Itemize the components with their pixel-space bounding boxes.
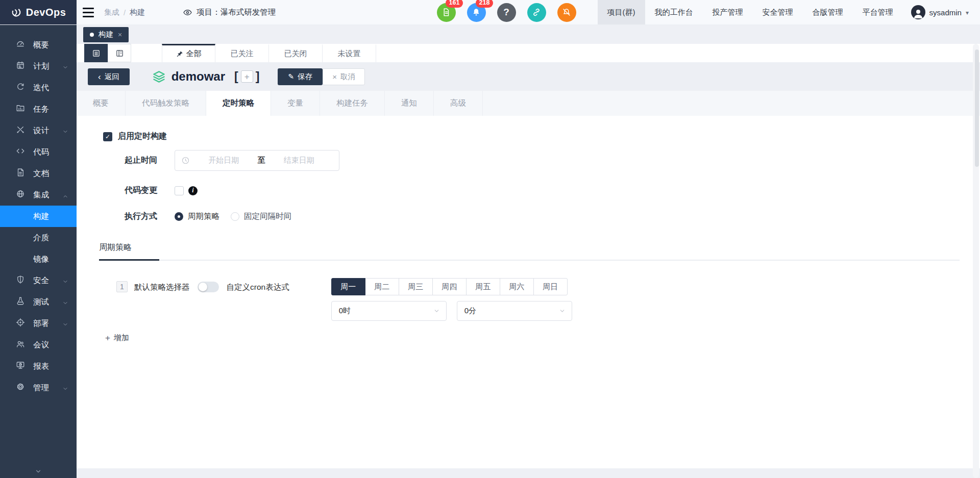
sidebar-item-design[interactable]: 设计	[0, 120, 77, 141]
tab-notification[interactable]: 通知	[385, 91, 434, 116]
code-change-checkbox[interactable]	[175, 186, 184, 195]
radio-cycle-policy-label[interactable]: 周期策略	[188, 211, 219, 222]
list-view-button[interactable]	[84, 44, 108, 62]
day-monday-button[interactable]: 周一	[331, 278, 365, 295]
topnav-projects[interactable]: 项目(群)	[598, 0, 645, 24]
detail-tabs: 概要 代码触发策略 定时策略 变量 构建任务 通知 高级	[77, 91, 980, 116]
add-tag-button[interactable]	[241, 70, 253, 83]
project-label: 项目：瀑布式研发管理	[197, 7, 276, 18]
breadcrumb-current[interactable]: 构建	[130, 8, 145, 17]
range-to-label: 至	[258, 156, 265, 165]
plus-icon	[105, 334, 110, 343]
radio-cycle-policy[interactable]	[175, 212, 183, 221]
notifications-count-badge: 218	[476, 0, 494, 8]
topnav-version[interactable]: 合版管理	[803, 0, 853, 24]
hour-select[interactable]: 0时	[331, 301, 447, 321]
sidebar-item-test[interactable]: 测试	[0, 291, 77, 313]
sidebar-scroll-down-icon[interactable]	[0, 468, 77, 475]
design-icon	[16, 125, 25, 136]
day-wednesday-button[interactable]: 周三	[399, 278, 433, 295]
task-icon	[16, 104, 25, 115]
avatar	[911, 5, 925, 19]
minute-select[interactable]: 0分	[457, 301, 572, 321]
sidebar-item-plan[interactable]: 计划	[0, 56, 77, 77]
radio-fixed-interval[interactable]	[231, 212, 239, 221]
cancel-button[interactable]: 取消	[323, 68, 365, 85]
monitor-icon	[16, 361, 25, 372]
tab-unset[interactable]: 未设置	[323, 44, 376, 62]
bell-icon[interactable]: 218	[467, 3, 486, 22]
chevron-down-icon	[559, 308, 566, 314]
tab-schedule-policy[interactable]: 定时策略	[206, 91, 271, 116]
sidebar-item-docs[interactable]: 文档	[0, 163, 77, 184]
flask-icon	[16, 296, 25, 308]
back-button[interactable]: 返回	[88, 68, 130, 85]
tab-all[interactable]: 全部	[162, 44, 215, 62]
gear-icon	[16, 382, 25, 393]
sidebar-item-code[interactable]: 代码	[0, 141, 77, 163]
topnav-production[interactable]: 投产管理	[703, 0, 753, 24]
pin-icon	[176, 51, 183, 58]
day-thursday-button[interactable]: 周四	[432, 278, 467, 295]
scrollbar-thumb[interactable]	[975, 49, 979, 167]
info-icon[interactable]	[188, 186, 198, 195]
chevron-down-icon	[62, 128, 68, 137]
help-icon[interactable]	[497, 3, 516, 22]
enable-timed-build-label: 启用定时构建	[118, 131, 167, 142]
link-icon[interactable]	[527, 3, 546, 22]
cron-toggle[interactable]	[198, 282, 219, 292]
day-tuesday-button[interactable]: 周二	[365, 278, 399, 295]
sidebar-item-manage[interactable]: 管理	[0, 377, 77, 398]
window-tab-build[interactable]: 构建	[83, 27, 129, 42]
breadcrumb-section[interactable]: 集成	[104, 8, 119, 17]
tab-followed[interactable]: 已关注	[215, 44, 269, 62]
tab-closed[interactable]: 已关闭	[269, 44, 323, 62]
add-policy-button[interactable]: 增加	[105, 333, 129, 343]
topnav-platform[interactable]: 平台管理	[853, 0, 903, 24]
file-icon	[16, 168, 25, 179]
devops-logo-text: DevOps	[26, 7, 66, 18]
tab-build-tasks[interactable]: 构建任务	[320, 91, 385, 116]
enable-timed-build-checkbox[interactable]	[103, 132, 112, 141]
sidebar-item-meeting[interactable]: 会议	[0, 334, 77, 356]
sidebar-item-artifact[interactable]: 介质	[0, 227, 77, 248]
chevron-down-icon	[966, 8, 969, 17]
project-selector[interactable]: 项目：瀑布式研发管理	[183, 0, 276, 24]
sidebar-item-security[interactable]: 安全	[0, 270, 77, 291]
crosshair-icon	[16, 318, 25, 329]
day-friday-button[interactable]: 周五	[466, 278, 500, 295]
sidebar-item-image[interactable]: 镜像	[0, 248, 77, 270]
date-range-input[interactable]: 开始日期 至 结束日期	[175, 150, 339, 171]
topnav-security[interactable]: 安全管理	[753, 0, 803, 24]
sidebar-item-overview[interactable]: 概要	[0, 34, 77, 56]
topnav-workbench[interactable]: 我的工作台	[645, 0, 703, 24]
close-icon[interactable]	[118, 30, 122, 39]
code-icon	[16, 146, 25, 158]
day-saturday-button[interactable]: 周六	[500, 278, 534, 295]
hamburger-menu-icon[interactable]	[77, 0, 100, 24]
tab-advanced[interactable]: 高级	[434, 91, 483, 116]
mute-icon[interactable]	[557, 3, 576, 22]
start-date-placeholder: 开始日期	[190, 156, 258, 165]
list-toolbar: 全部 已关注 已关闭 未设置	[77, 44, 980, 62]
sidebar-item-report[interactable]: 报表	[0, 356, 77, 377]
tab-summary[interactable]: 概要	[77, 91, 126, 116]
entity-header: 返回 demowar [ ]	[77, 62, 980, 91]
sidebar-item-task[interactable]: 任务	[0, 98, 77, 120]
sidebar-item-build[interactable]: 构建	[0, 206, 77, 227]
tab-code-trigger[interactable]: 代码触发策略	[126, 91, 206, 116]
tag-brackets: [ ]	[234, 70, 259, 83]
user-menu[interactable]: sysadmin	[903, 0, 980, 24]
card-view-button[interactable]	[108, 44, 131, 62]
document-icon[interactable]: 161	[437, 3, 456, 22]
tab-variables[interactable]: 变量	[271, 91, 320, 116]
chevron-down-icon	[433, 308, 440, 314]
save-button[interactable]: 保存	[278, 68, 323, 85]
radio-fixed-interval-label[interactable]: 固定间隔时间	[244, 211, 291, 222]
sidebar-item-integration[interactable]: 集成	[0, 184, 77, 206]
topnav: 项目(群) 我的工作台 投产管理 安全管理 合版管理 平台管理	[598, 0, 903, 24]
sidebar-item-iteration[interactable]: 迭代	[0, 77, 77, 98]
sidebar-item-deploy[interactable]: 部署	[0, 313, 77, 334]
day-sunday-button[interactable]: 周日	[533, 278, 568, 295]
breadcrumb-separator: /	[124, 8, 126, 17]
